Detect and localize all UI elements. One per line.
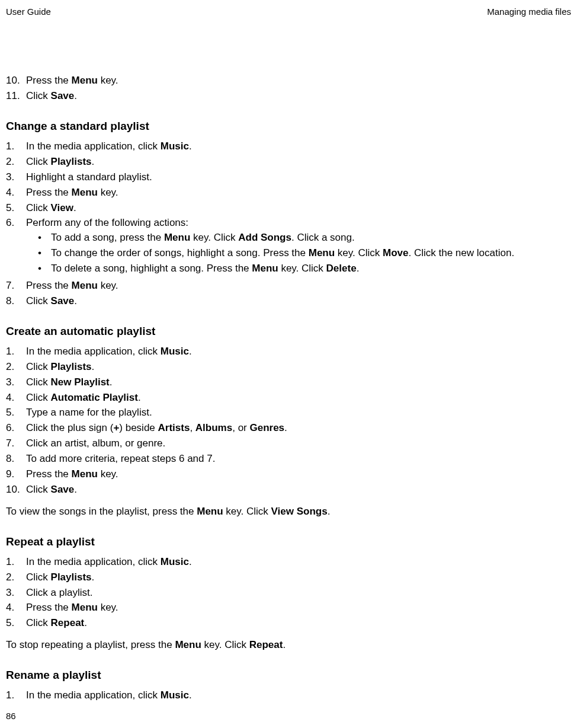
bold-term: Music: [161, 556, 189, 567]
bullet-text: To change the order of songs, highlight …: [51, 247, 514, 260]
step-item: 9.Press the Menu key.: [6, 468, 571, 481]
step-text: In the media application, click Music.: [26, 140, 571, 154]
step-item: 2.Click Playlists.: [6, 155, 571, 169]
sections-container: Change a standard playlist1.In the media…: [6, 119, 571, 703]
bold-term: Playlists: [51, 571, 92, 583]
page-number: 86: [6, 710, 16, 722]
bold-term: Music: [161, 689, 189, 701]
step-text: Click a playlist.: [26, 586, 571, 600]
section-note: To view the songs in the playlist, press…: [6, 505, 571, 519]
step-item: 1.In the media application, click Music.: [6, 345, 571, 359]
step-text: Click Save.: [26, 90, 571, 103]
step-item: 5.Click Repeat.: [6, 617, 571, 630]
step-item: 8.To add more criteria, repeat steps 6 a…: [6, 452, 571, 466]
bold-term: New Playlist: [51, 376, 110, 388]
bold-term: Menu: [72, 187, 98, 198]
step-number: 2.: [6, 571, 26, 585]
step-text: Press the Menu key.: [26, 74, 571, 88]
sub-bullet-item: •To change the order of songs, highlight…: [38, 247, 571, 260]
step-text: Click Playlists.: [26, 155, 571, 169]
step-item: 4.Press the Menu key.: [6, 601, 571, 615]
step-text: Highlight a standard playlist.: [26, 171, 571, 184]
step-text: Press the Menu key.: [26, 186, 571, 200]
bold-term: Automatic Playlist: [51, 392, 138, 403]
bold-term: Menu: [197, 506, 223, 517]
section-heading: Repeat a playlist: [6, 534, 571, 550]
bold-term: Playlists: [51, 156, 92, 167]
step-text: Click an artist, album, or genre.: [26, 437, 571, 451]
bold-term: Menu: [72, 280, 98, 291]
step-number: 10.: [6, 483, 26, 497]
section-note: To stop repeating a playlist, press the …: [6, 638, 571, 652]
step-number: 11.: [6, 90, 26, 103]
bullet-icon: •: [38, 231, 51, 245]
step-number: 2.: [6, 155, 26, 169]
step-text: Click New Playlist.: [26, 376, 571, 389]
bold-term: Move: [383, 247, 408, 258]
bold-term: Genres: [249, 422, 284, 433]
step-item: 4.Press the Menu key.: [6, 186, 571, 200]
step-text: To add more criteria, repeat steps 6 and…: [26, 452, 571, 466]
step-item: 11.Click Save.: [6, 90, 571, 103]
step-list: 1.In the media application, click Music.…: [6, 345, 571, 497]
step-item: 6.Perform any of the following actions:•…: [6, 216, 571, 277]
step-text: Press the Menu key.: [26, 468, 571, 481]
bullet-icon: •: [38, 247, 51, 260]
step-number: 3.: [6, 376, 26, 389]
step-number: 7.: [6, 437, 26, 451]
bold-term: View: [51, 202, 73, 213]
bold-term: Save: [51, 484, 75, 495]
header-left: User Guide: [6, 6, 51, 18]
step-item: 3.Highlight a standard playlist.: [6, 171, 571, 184]
step-text: Click Playlists.: [26, 360, 571, 374]
bold-term: Menu: [72, 75, 98, 86]
bold-term: Artists: [158, 422, 190, 433]
section-heading: Create an automatic playlist: [6, 324, 571, 339]
step-item: 10.Click Save.: [6, 483, 571, 497]
step-item: 2.Click Playlists.: [6, 571, 571, 585]
step-text: Click Repeat.: [26, 617, 571, 630]
bold-term: Menu: [175, 639, 201, 650]
bold-term: Save: [51, 90, 75, 101]
step-number: 8.: [6, 452, 26, 466]
bullet-text: To delete a song, highlight a song. Pres…: [51, 262, 359, 276]
step-text: Click Save.: [26, 483, 571, 497]
step-number: 4.: [6, 601, 26, 615]
step-text: Click Playlists.: [26, 571, 571, 585]
step-number: 7.: [6, 279, 26, 293]
bullet-text: To add a song, press the Menu key. Click…: [51, 231, 355, 245]
step-number: 9.: [6, 468, 26, 481]
step-text: Click Save.: [26, 295, 571, 308]
step-item: 7.Press the Menu key.: [6, 279, 571, 293]
sub-bullet-list: •To add a song, press the Menu key. Clic…: [38, 231, 571, 276]
step-number: 5.: [6, 617, 26, 630]
step-number: 2.: [6, 360, 26, 374]
section-heading: Change a standard playlist: [6, 119, 571, 134]
step-list: 1.In the media application, click Music.: [6, 689, 571, 703]
bullet-icon: •: [38, 262, 51, 276]
bold-term: Save: [51, 295, 75, 306]
step-number: 6.: [6, 422, 26, 435]
header-right: Managing media files: [487, 6, 571, 18]
section-heading: Rename a playlist: [6, 668, 571, 683]
step-number: 3.: [6, 171, 26, 184]
step-item: 3.Click New Playlist.: [6, 376, 571, 389]
bold-term: Playlists: [51, 361, 92, 372]
bold-term: Music: [161, 346, 189, 357]
sub-bullet-item: •To add a song, press the Menu key. Clic…: [38, 231, 571, 245]
step-number: 10.: [6, 74, 26, 88]
sub-bullet-item: •To delete a song, highlight a song. Pre…: [38, 262, 571, 276]
step-text: In the media application, click Music.: [26, 555, 571, 569]
step-item: 3.Click a playlist.: [6, 586, 571, 600]
bold-term: Menu: [72, 468, 98, 480]
step-number: 8.: [6, 295, 26, 308]
step-item: 5.Type a name for the playlist.: [6, 406, 571, 420]
step-text: In the media application, click Music.: [26, 689, 571, 703]
step-item: 6.Click the plus sign (+) beside Artists…: [6, 422, 571, 435]
step-text: Click the plus sign (+) beside Artists, …: [26, 422, 571, 435]
step-number: 4.: [6, 186, 26, 200]
step-item: 1.In the media application, click Music.: [6, 140, 571, 154]
bold-term: Menu: [309, 247, 335, 258]
step-item: 1.In the media application, click Music.: [6, 689, 571, 703]
step-item: 5.Click View.: [6, 202, 571, 215]
